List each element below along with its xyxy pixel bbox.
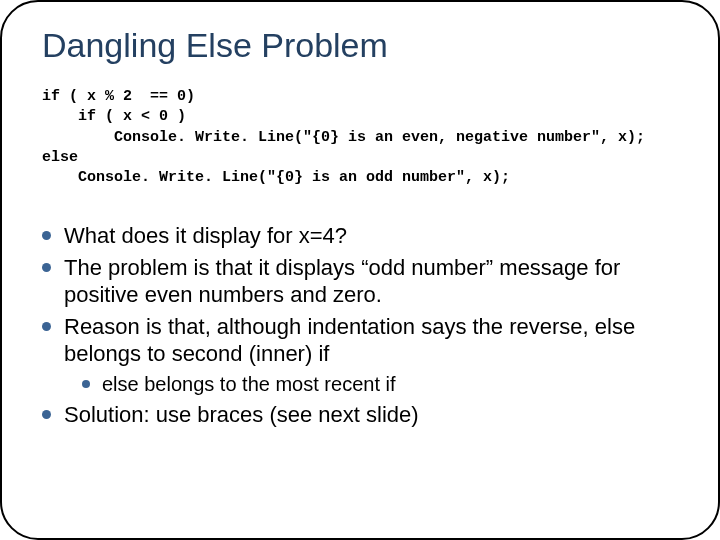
slide-title: Dangling Else Problem (42, 26, 690, 65)
slide: Dangling Else Problem if ( x % 2 == 0) i… (0, 0, 720, 540)
bullet-text: What does it display for x=4? (64, 223, 347, 248)
bullet-text: else belongs to the most recent if (102, 373, 396, 395)
bullet-text: The problem is that it displays “odd num… (64, 255, 620, 308)
sub-bullet-list: else belongs to the most recent if (82, 372, 690, 397)
list-item: The problem is that it displays “odd num… (42, 254, 690, 309)
bullet-list: What does it display for x=4? The proble… (42, 222, 690, 428)
list-item: Solution: use braces (see next slide) (42, 401, 690, 429)
bullet-text: Solution: use braces (see next slide) (64, 402, 419, 427)
list-item: else belongs to the most recent if (82, 372, 690, 397)
bullet-text: Reason is that, although indentation say… (64, 314, 635, 367)
list-item: Reason is that, although indentation say… (42, 313, 690, 397)
list-item: What does it display for x=4? (42, 222, 690, 250)
code-block: if ( x % 2 == 0) if ( x < 0 ) Console. W… (42, 87, 690, 188)
